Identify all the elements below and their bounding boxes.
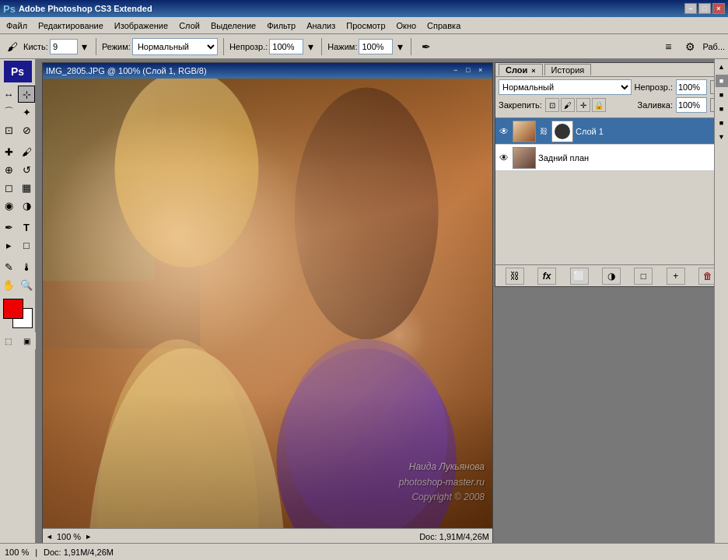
- tab-history-label: История: [551, 65, 585, 75]
- minimize-button[interactable]: −: [684, 3, 697, 14]
- fill-input[interactable]: [676, 97, 707, 113]
- doc-win-controls[interactable]: − □ ×: [453, 66, 489, 76]
- menu-view[interactable]: Просмотр: [341, 19, 390, 32]
- layer-item-0[interactable]: 👁 ⛓ Слой 1: [495, 118, 714, 145]
- menu-layer[interactable]: Слой: [174, 19, 205, 32]
- blur-tool[interactable]: ◉: [0, 197, 17, 214]
- brush-size-input[interactable]: [50, 39, 78, 54]
- blend-mode-dropdown[interactable]: Нормальный: [499, 79, 632, 95]
- opacity-label: Непрозр.:: [229, 42, 268, 51]
- zoom-display: ◄ 100 % ►: [46, 532, 92, 541]
- brush-tool[interactable]: 🖌: [18, 143, 35, 160]
- mode-dropdown[interactable]: Нормальный: [132, 38, 218, 55]
- options-btn[interactable]: ≡: [659, 37, 677, 56]
- menu-image[interactable]: Изображение: [110, 19, 173, 32]
- opacity-arrow-btn[interactable]: ▸: [710, 80, 714, 94]
- menu-filter[interactable]: Фильтр: [262, 19, 300, 32]
- link-layers-btn[interactable]: ⛓: [506, 268, 524, 285]
- eraser-tool[interactable]: ◻: [0, 179, 17, 196]
- gradient-tool[interactable]: ▦: [18, 179, 35, 196]
- tool-row-1: ↔ ⊹: [0, 86, 35, 103]
- eyedropper-tool[interactable]: 🌡: [18, 258, 35, 275]
- dodge-tool[interactable]: ◑: [18, 197, 35, 214]
- add-mask-btn[interactable]: ⬜: [570, 268, 589, 285]
- lock-transparent-btn[interactable]: ⊡: [545, 98, 559, 112]
- opacity-input[interactable]: [269, 39, 303, 54]
- maximize-button[interactable]: □: [698, 3, 711, 14]
- crop-tool[interactable]: ⊡: [0, 121, 17, 138]
- layer-0-visibility[interactable]: 👁: [498, 126, 510, 137]
- brush-dropdown-arrow[interactable]: ▾: [79, 37, 90, 56]
- flow-dropdown-arrow[interactable]: ▾: [394, 37, 405, 56]
- panel-1[interactable]: ■: [716, 75, 728, 87]
- layer-1-visibility[interactable]: 👁: [498, 152, 510, 163]
- brush-tool-icon[interactable]: 🖌: [3, 37, 22, 56]
- scroll-right-arrow[interactable]: ►: [85, 533, 92, 541]
- menu-file[interactable]: Файл: [2, 19, 32, 32]
- hand-tool[interactable]: ✋: [0, 276, 17, 293]
- menu-help[interactable]: Справка: [422, 19, 465, 32]
- quick-mask-btn[interactable]: ⬚: [0, 332, 17, 349]
- airbrush-toggle[interactable]: ✒: [417, 37, 436, 56]
- history-brush-tool[interactable]: ↺: [18, 161, 35, 178]
- flow-input[interactable]: [359, 39, 393, 54]
- panel-arrow-down[interactable]: ▼: [716, 131, 728, 143]
- lasso-tool[interactable]: ⌒: [0, 103, 17, 121]
- svg-point-4: [96, 339, 258, 528]
- eye-icon-0[interactable]: 👁: [499, 126, 509, 137]
- tab-history[interactable]: История: [544, 64, 592, 75]
- menu-edit[interactable]: Редактирование: [33, 19, 108, 32]
- eye-icon-1[interactable]: 👁: [499, 152, 509, 163]
- doc-maximize-btn[interactable]: □: [466, 66, 477, 76]
- path-select-tool[interactable]: ▸: [0, 236, 17, 254]
- fill-arrow-btn[interactable]: ▸: [710, 98, 714, 112]
- lock-icons-group: ⊡ 🖌 ✛ 🔒: [545, 98, 606, 112]
- new-layer-btn[interactable]: +: [667, 268, 685, 285]
- panel-arrow-up[interactable]: ▲: [716, 61, 728, 73]
- healing-tool[interactable]: ✚: [0, 143, 17, 160]
- shape-tool[interactable]: □: [18, 236, 35, 254]
- panel-2[interactable]: ■: [716, 89, 728, 101]
- menu-window[interactable]: Окно: [392, 19, 422, 32]
- menu-analysis[interactable]: Анализ: [302, 19, 340, 32]
- close-button[interactable]: ×: [712, 3, 725, 14]
- tab-layers-close[interactable]: ×: [531, 67, 535, 75]
- type-tool[interactable]: T: [18, 219, 35, 236]
- adjustment-btn[interactable]: ◑: [602, 268, 621, 285]
- screen-mode-btn[interactable]: ▣: [19, 332, 36, 349]
- svg-rect-2: [43, 79, 156, 281]
- color-swatches[interactable]: [3, 299, 33, 328]
- slice-tool[interactable]: ⊘: [18, 121, 35, 138]
- tab-layers[interactable]: Слои ×: [499, 64, 543, 75]
- window-controls[interactable]: − □ ×: [684, 3, 725, 14]
- lock-position-btn[interactable]: ✛: [576, 98, 590, 112]
- scroll-left-arrow[interactable]: ◄: [46, 533, 53, 541]
- stamp-tool[interactable]: ⊕: [0, 161, 17, 178]
- zoom-tool[interactable]: 🔍: [18, 276, 35, 293]
- panel-4[interactable]: ■: [716, 117, 728, 129]
- opacity-input[interactable]: [676, 79, 707, 95]
- svg-point-7: [285, 236, 447, 415]
- doc-close-btn[interactable]: ×: [478, 66, 489, 76]
- select-tool[interactable]: ⊹: [18, 86, 35, 103]
- opacity-dropdown-arrow[interactable]: ▾: [305, 37, 316, 56]
- lock-all-btn[interactable]: 🔒: [592, 98, 606, 112]
- new-group-btn[interactable]: □: [634, 268, 653, 285]
- lock-image-btn[interactable]: 🖌: [561, 98, 575, 112]
- foreground-color-swatch[interactable]: [3, 299, 23, 319]
- pen-tool[interactable]: ✒: [0, 219, 17, 236]
- delete-layer-btn[interactable]: 🗑: [698, 268, 714, 285]
- layers-controls: Нормальный Непрозр.: ▸ Закрепить: ⊡ 🖌 ✛ …: [495, 77, 714, 118]
- doc-minimize-btn[interactable]: −: [453, 66, 464, 76]
- tool-row-9: ▸ □: [0, 236, 35, 254]
- panel-3[interactable]: ■: [716, 103, 728, 115]
- notes-tool[interactable]: ✎: [0, 258, 17, 275]
- menu-select[interactable]: Выделение: [206, 19, 261, 32]
- magic-wand-tool[interactable]: ✦: [18, 103, 35, 121]
- tool-row-7: ◉ ◑: [0, 197, 35, 214]
- layer-item-1[interactable]: 👁 Задний план 🔒: [495, 145, 714, 171]
- layer-fx-btn[interactable]: fx: [537, 268, 556, 285]
- svg-rect-0: [43, 79, 492, 528]
- workspace-btn[interactable]: ⚙: [681, 37, 699, 56]
- move-tool[interactable]: ↔: [0, 86, 17, 103]
